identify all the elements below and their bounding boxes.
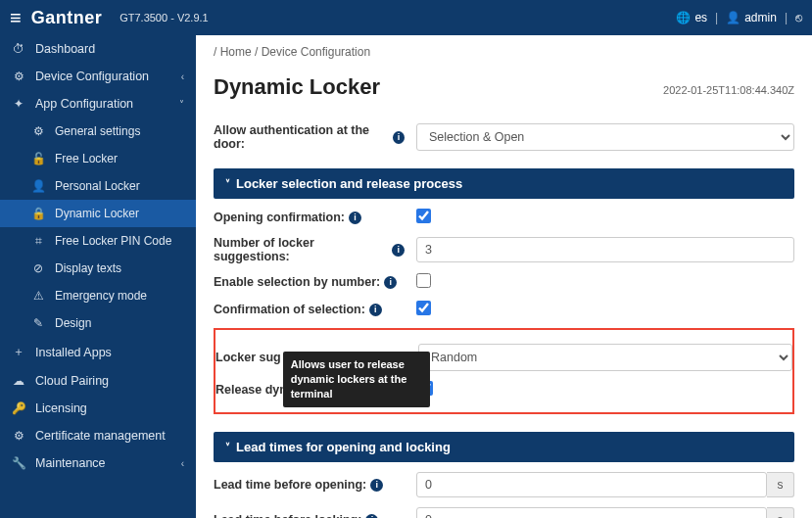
sidebar-item-app-config[interactable]: ✦ App Configuration ˅ [0,90,196,118]
info-icon[interactable]: i [392,244,405,257]
info-icon[interactable]: i [365,514,378,519]
keypad-icon: ⌗ [31,234,45,248]
locker-suggest-label: Locker sug Allows user to release dynami… [215,351,406,364]
hamburger-icon[interactable]: ≡ [10,7,22,29]
lead-lock-input[interactable] [416,507,767,518]
tooltip: Allows user to release dynamic lockers a… [283,352,430,407]
chevron-down-icon: ˅ [225,178,230,189]
confirm-selection-checkbox[interactable] [416,301,431,315]
sidebar-item-licensing[interactable]: 🔑 Licensing [0,395,196,422]
page-timestamp: 2022-01-25T11:08:44.340Z [663,84,794,96]
num-suggest-input[interactable] [416,237,794,262]
unit-seconds: s [767,472,794,497]
row-allow-auth: Allow authentication at the door: i Sele… [214,123,794,151]
chevron-down-icon: ˅ [179,99,184,110]
sidebar-sub-display-texts[interactable]: ⊘ Display texts [0,255,196,282]
sidebar-item-dashboard[interactable]: ⏱ Dashboard [0,35,196,63]
user-icon: 👤 [726,11,740,24]
allow-auth-label: Allow authentication at the door: i [214,123,405,151]
row-enable-number: Enable selection by number: i [214,273,794,291]
row-lead-open: Lead time before opening: i s [214,472,794,497]
sidebar-sub-pin-code[interactable]: ⌗ Free Locker PIN Code [0,227,196,255]
row-locker-suggest: Locker sug Allows user to release dynami… [215,344,792,371]
version-subtitle: GT7.3500 - V2.9.1 [119,12,209,24]
user-menu[interactable]: 👤 admin [726,11,777,24]
sidebar-item-label: Design [55,316,91,330]
sidebar-sub-personal-locker[interactable]: 👤 Personal Locker [0,172,196,200]
row-opening-confirm: Opening confirmation: i [214,209,794,226]
info-icon[interactable]: i [393,131,405,144]
sidebar-item-label: Display texts [55,261,121,275]
sidebar-sub-free-locker[interactable]: 🔓 Free Locker [0,145,196,172]
topbar-right: 🌐 es | 👤 admin | ⎋ [676,11,802,24]
chevron-down-icon: ˅ [225,442,230,452]
cloud-icon: ☁ [12,374,25,388]
gear-icon: ⚙ [31,124,45,138]
info-icon[interactable]: i [384,276,397,289]
sidebar-item-label: Free Locker PIN Code [55,234,171,248]
row-lead-lock: Lead time before locking: i s [214,507,794,518]
design-icon: ✎ [31,316,45,330]
allow-auth-select[interactable]: Selection & Open [416,123,794,151]
logout-button[interactable]: ⎋ [795,11,802,24]
unit-seconds: s [767,507,794,518]
topbar: ≡ Gantner GT7.3500 - V2.9.1 🌐 es | 👤 adm… [0,0,812,35]
separator: | [715,11,718,24]
sidebar-sub-dynamic-locker[interactable]: 🔒 Dynamic Locker [0,200,196,227]
sidebar-sub-emergency[interactable]: ⚠ Emergency mode [0,282,196,309]
sidebar-item-label: Dynamic Locker [55,207,139,220]
sidebar-item-label: Free Locker [55,152,118,165]
chevron-left-icon: ‹ [181,71,184,82]
logout-icon: ⎋ [795,11,802,24]
gear-icon: ⚙ [12,429,25,443]
sidebar-item-maintenance[interactable]: 🔧 Maintenance ‹ [0,449,196,477]
display-icon: ⊘ [31,261,45,275]
info-icon[interactable]: i [369,304,382,316]
section-lead-times[interactable]: ˅ Lead times for opening and locking [214,432,794,462]
enable-number-label: Enable selection by number: i [214,275,405,289]
sidebar-item-certificate[interactable]: ⚙ Certificate management [0,422,196,449]
row-num-suggest: Number of locker suggestions: i [214,236,794,263]
lead-lock-label: Lead time before locking: i [214,513,405,518]
breadcrumb-device[interactable]: Device Configuration [262,45,370,59]
sidebar-item-label: App Configuration [35,97,133,111]
sidebar-item-device-config[interactable]: ⚙ Device Configuration ‹ [0,63,196,90]
lock-icon: 🔒 [31,207,45,220]
sidebar-item-label: Personal Locker [55,179,140,193]
breadcrumb-home[interactable]: Home [220,45,252,59]
warning-icon: ⚠ [31,289,45,303]
sidebar-item-label: Cloud Pairing [35,374,109,388]
locker-suggest-select[interactable]: Random [418,344,792,371]
separator: | [785,11,788,24]
opening-confirm-checkbox[interactable] [416,209,431,223]
lead-open-input[interactable] [416,472,767,497]
enable-number-checkbox[interactable] [416,273,431,288]
sidebar-item-installed-apps[interactable]: ＋ Installed Apps [0,337,196,367]
sidebar-sub-general-settings[interactable]: ⚙ General settings [0,118,196,145]
info-icon[interactable]: i [349,212,361,224]
page-title-row: Dynamic Locker 2022-01-25T11:08:44.340Z [196,69,812,104]
gear-icon: ⚙ [12,70,25,83]
sidebar-item-cloud-pairing[interactable]: ☁ Cloud Pairing [0,367,196,395]
globe-icon: 🌐 [676,11,691,24]
sidebar-item-label: General settings [55,124,140,138]
sidebar-item-label: Emergency mode [55,289,147,303]
highlight-box: Locker sug Allows user to release dynami… [214,328,794,414]
content-area: / Home / Device Configuration Dynamic Lo… [196,35,812,518]
lead-open-label: Lead time before opening: i [214,478,405,492]
key-icon: 🔑 [12,401,25,415]
sidebar-item-label: Device Configuration [35,70,149,83]
unlock-icon: 🔓 [31,152,45,165]
opening-confirm-label: Opening confirmation: i [214,211,405,224]
num-suggest-label: Number of locker suggestions: i [214,236,405,263]
sidebar-item-label: Licensing [35,401,87,415]
sidebar: ⏱ Dashboard ⚙ Device Configuration ‹ ✦ A… [0,35,196,518]
confirm-selection-label: Confirmation of selection: i [214,303,405,316]
section-locker-selection[interactable]: ˅ Locker selection and release process [214,168,794,199]
language-selector[interactable]: 🌐 es [676,11,707,24]
info-icon[interactable]: i [370,479,383,492]
plus-icon: ＋ [12,344,25,360]
sidebar-sub-design[interactable]: ✎ Design [0,309,196,337]
user-icon: 👤 [31,179,45,193]
page-title: Dynamic Locker [214,74,380,100]
